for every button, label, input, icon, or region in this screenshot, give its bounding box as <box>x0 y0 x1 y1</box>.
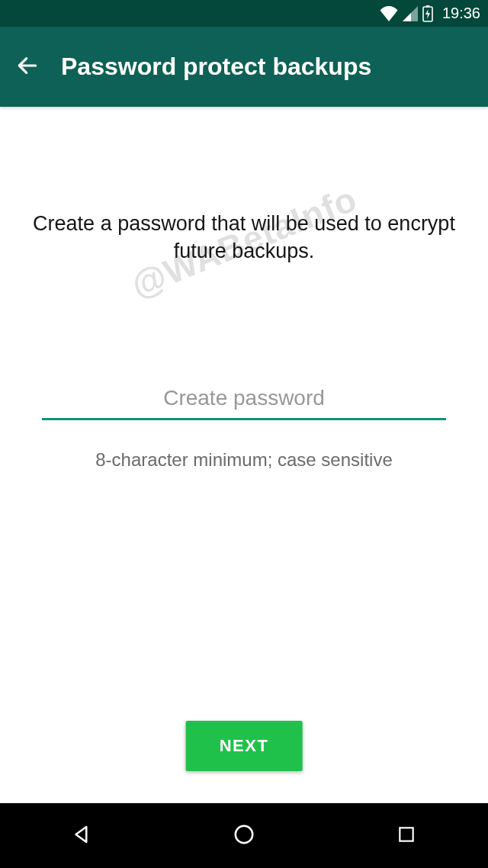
wifi-icon <box>380 6 398 21</box>
battery-charging-icon <box>422 5 433 22</box>
svg-rect-1 <box>425 5 429 8</box>
arrow-left-icon <box>15 53 40 81</box>
password-hint: 8-character minimum; case sensitive <box>95 449 392 471</box>
nav-recent-button[interactable] <box>361 813 452 859</box>
status-bar: 19:36 <box>0 0 488 27</box>
nav-home-button[interactable] <box>198 813 290 859</box>
android-nav-bar <box>0 803 488 868</box>
svg-rect-4 <box>400 828 413 841</box>
page-title: Password protect backups <box>44 53 477 81</box>
next-button[interactable]: NEXT <box>186 721 303 771</box>
nav-home-icon <box>233 823 255 849</box>
content-area: @WABetaInfo Create a password that will … <box>0 107 488 803</box>
nav-back-button[interactable] <box>36 813 127 859</box>
back-button[interactable] <box>11 50 44 84</box>
cell-signal-icon <box>403 6 418 21</box>
instruction-text: Create a password that will be used to e… <box>0 210 488 265</box>
nav-recent-icon <box>396 825 416 847</box>
clock-time: 19:36 <box>442 5 480 22</box>
app-bar: Password protect backups <box>0 27 488 107</box>
nav-back-icon <box>70 823 93 849</box>
svg-point-3 <box>236 825 253 843</box>
password-field-container <box>42 380 446 420</box>
password-input[interactable] <box>42 380 446 420</box>
